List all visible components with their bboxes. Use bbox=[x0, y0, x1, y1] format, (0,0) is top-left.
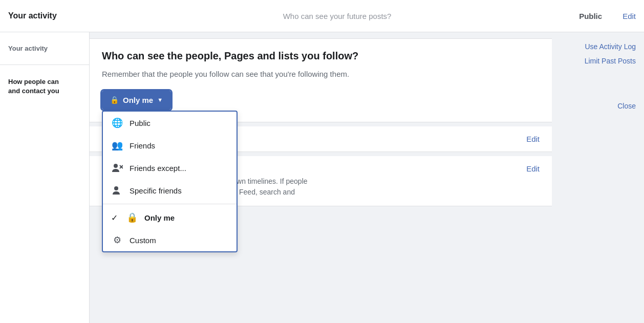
dropdown-label-custom: Custom bbox=[130, 236, 228, 245]
dropdown-label-public: Public bbox=[130, 119, 228, 127]
who-can-see-card: Who can see the people, Pages and lists … bbox=[90, 38, 552, 122]
card-title: Who can see the people, Pages and lists … bbox=[102, 49, 540, 62]
close-link[interactable]: Close bbox=[560, 102, 636, 110]
gear-icon: ⚙ bbox=[111, 234, 123, 246]
dropdown-label-friends-except: Friends except... bbox=[130, 164, 228, 173]
right-sidebar: Use Activity Log Limit Past Posts Close bbox=[552, 32, 644, 323]
dropdown-item-custom[interactable]: ⚙ Custom bbox=[103, 229, 237, 251]
edit-link-friend-requests[interactable]: Edit bbox=[526, 135, 540, 143]
dropdown-label-only-me: Only me bbox=[144, 213, 228, 222]
globe-icon: 🌐 bbox=[111, 117, 123, 129]
use-activity-log-link[interactable]: Use Activity Log bbox=[560, 42, 636, 51]
your-activity-label: Your activity bbox=[8, 11, 95, 20]
sidebar-how-people-contact: How people can and contact you bbox=[0, 73, 89, 100]
future-posts-question: Who can see your future posts? bbox=[95, 12, 579, 20]
friends-except-icon bbox=[111, 162, 123, 174]
dropdown-label-specific-friends: Specific friends bbox=[130, 186, 228, 195]
lock-icon: 🔒 bbox=[110, 96, 119, 104]
edit-link-friendlist[interactable]: Edit bbox=[526, 164, 540, 173]
dropdown-trigger-label: Only me bbox=[123, 96, 153, 104]
svg-point-0 bbox=[114, 164, 118, 168]
privacy-dropdown-trigger[interactable]: 🔒 Only me ▼ bbox=[102, 91, 171, 110]
privacy-dropdown-menu: 🌐 Public 👥 Friends bbox=[102, 111, 238, 252]
card-description: Remember that the people you follow can … bbox=[102, 69, 537, 80]
public-status: Public bbox=[579, 12, 602, 20]
dropdown-item-specific-friends[interactable]: Specific friends bbox=[103, 179, 237, 202]
chevron-down-icon: ▼ bbox=[157, 97, 163, 103]
dropdown-item-friends-except[interactable]: Friends except... bbox=[103, 157, 237, 179]
dropdown-item-friends[interactable]: 👥 Friends bbox=[103, 134, 237, 157]
dropdown-item-public[interactable]: 🌐 Public bbox=[103, 112, 237, 134]
sidebar-your-activity: Your activity bbox=[0, 40, 89, 56]
limit-past-posts-link[interactable]: Limit Past Posts bbox=[560, 57, 636, 65]
friends-icon: 👥 bbox=[111, 139, 123, 152]
svg-point-3 bbox=[114, 186, 118, 190]
checkmark-icon: ✓ bbox=[111, 213, 118, 223]
dropdown-label-friends: Friends bbox=[130, 141, 228, 150]
sidebar-divider bbox=[0, 64, 89, 65]
dropdown-item-only-me[interactable]: ✓ 🔒 Only me bbox=[103, 206, 237, 229]
lock-only-me-icon: 🔒 bbox=[126, 211, 138, 224]
edit-link-top[interactable]: Edit bbox=[622, 12, 636, 20]
specific-friends-icon bbox=[111, 184, 123, 197]
dropdown-divider bbox=[103, 204, 237, 204]
